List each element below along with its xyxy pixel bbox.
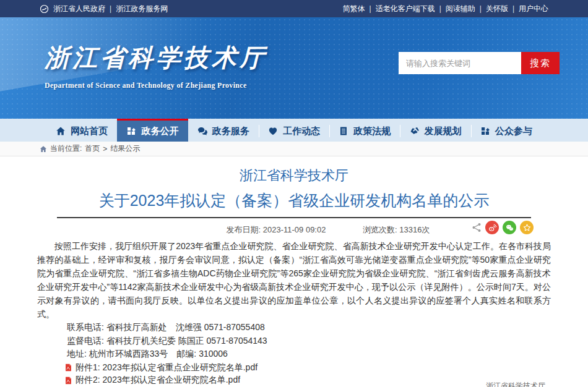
attachment-list: 附件1: 2023年拟认定省重点企业研究院名单.pdf 附件2: 2023年拟认… — [37, 362, 551, 387]
footer-agency-name: 浙江省科学技术厅 — [486, 381, 545, 387]
nav-item-label: 政务服务 — [212, 125, 249, 137]
article-title-line2: 关于2023年拟认定（备案）省级企业研发机构名单的公示 — [37, 191, 551, 210]
link-simplified-traditional[interactable]: 简繁体 — [343, 4, 376, 14]
nav-item-label: 网站首页 — [71, 125, 108, 137]
link-care-version[interactable]: 关怀版 — [486, 4, 519, 14]
wechat-icon[interactable] — [503, 221, 516, 234]
main-nav: 网站首页 政务公开 政务服务 工作动态 — [0, 119, 588, 142]
search-input[interactable] — [399, 52, 521, 74]
main-nav-inner: 网站首页 政务公开 政务服务 工作动态 — [46, 119, 542, 142]
view-count-label: 浏览次数: — [363, 225, 399, 234]
nav-item-label: 发展规划 — [425, 125, 462, 137]
top-utility-bar: 浙江省人民政府 浙江政务服务网 简繁体 适老化客户端下载 阅读辅助 关怀版 用户… — [0, 0, 588, 17]
article-meta-row: 发布日期: 2023-11-09 09:02 浏览次数: 13316次 — [37, 218, 551, 237]
breadcrumb-current: 结果公示 — [110, 143, 140, 154]
address-line: 地址: 杭州市环城西路33号 邮编: 310006 — [37, 347, 551, 361]
participation-icon — [480, 126, 490, 136]
topbar-left-links: 浙江省人民政府 浙江政务服务网 — [40, 4, 168, 14]
search-button[interactable]: 搜索 — [521, 52, 560, 74]
list-item: 附件1: 2023年拟认定省重点企业研究院名单.pdf — [64, 362, 551, 375]
nav-item-work-news[interactable]: 工作动态 — [259, 119, 329, 142]
nav-item-gov-service[interactable]: 政务服务 — [188, 119, 259, 142]
attachment-link-1[interactable]: 附件1: 2023年拟认定省重点企业研究院名单.pdf — [76, 362, 257, 373]
contact-phone: 联系电话: 省科技厅高新处 沈维强 0571-87055408 — [37, 321, 551, 334]
attachment-link-2[interactable]: 附件2: 2023年拟认定省企业研究院名单.pdf — [76, 375, 240, 386]
article-paragraph: 按照工作安排，我厅组织开展了2023年省重点企业研究院、省企业研究院、省高新技术… — [37, 239, 551, 321]
link-elderly-client-download[interactable]: 适老化客户端下载 — [376, 4, 446, 14]
link-zhejiang-service-net[interactable]: 浙江政务服务网 — [116, 4, 168, 14]
policy-icon — [339, 126, 348, 136]
article-title-line1: 浙江省科学技术厅 — [37, 168, 551, 184]
qzone-icon[interactable] — [520, 221, 534, 234]
publish-date-value: 2023-11-09 09:02 — [263, 225, 326, 234]
view-count-value: 13316次 — [399, 225, 430, 234]
home-icon — [56, 126, 66, 136]
topbar-right-links: 简繁体 适老化客户端下载 阅读辅助 关怀版 用户中心 — [343, 4, 549, 14]
plan-icon — [410, 126, 420, 136]
search-box: 搜索 — [399, 52, 560, 74]
article-meta: 发布日期: 2023-11-09 09:02 浏览次数: 13316次 — [209, 225, 447, 234]
nav-item-plan[interactable]: 发展规划 — [400, 119, 470, 142]
publish-date-label: 发布日期: — [227, 225, 263, 234]
gov-service-icon — [197, 126, 207, 136]
work-news-icon — [268, 126, 278, 136]
page: 浙江省人民政府 浙江政务服务网 简繁体 适老化客户端下载 阅读辅助 关怀版 用户… — [0, 0, 588, 387]
contact-lines: 联系电话: 省科技厅高新处 沈维强 0571-87055408 监督电话: 省科… — [37, 321, 551, 361]
gov-open-icon — [126, 126, 136, 136]
link-zhejiang-gov[interactable]: 浙江省人民政府 — [53, 4, 116, 14]
article: 浙江省科学技术厅 关于2023年拟认定（备案）省级企业研发机构名单的公示 发布日… — [37, 156, 551, 387]
banner: 浙江省科学技术厅 Department of Science and Techn… — [0, 17, 588, 119]
site-name: 浙江省科学技术厅 — [45, 41, 267, 75]
breadcrumb-separator: > — [103, 145, 107, 153]
view-count: 浏览次数: 13316次 — [363, 225, 430, 234]
nav-item-label: 政策法规 — [353, 125, 391, 137]
pdf-icon — [64, 376, 72, 385]
publish-date: 发布日期: 2023-11-09 09:02 — [227, 225, 326, 234]
weibo-icon[interactable] — [485, 221, 499, 234]
nav-item-home[interactable]: 网站首页 — [46, 119, 117, 142]
nav-item-label: 政务公开 — [141, 125, 178, 137]
nav-item-label: 公众参与 — [495, 125, 532, 137]
list-item: 附件2: 2023年拟认定省企业研究院名单.pdf — [64, 374, 551, 387]
nav-item-label: 工作动态 — [283, 125, 320, 137]
site-logo: 浙江省科学技术厅 Department of Science and Techn… — [45, 41, 267, 90]
site-name-english: Department of Science and Technology of … — [45, 81, 267, 90]
share-icon[interactable] — [472, 223, 482, 232]
breadcrumb-prefix: 当前位置: — [50, 143, 82, 154]
share-group — [472, 221, 534, 234]
breadcrumb: 当前位置: 首页 > 结果公示 — [0, 142, 588, 156]
link-user-center[interactable]: 用户中心 — [519, 4, 548, 14]
breadcrumb-home-link[interactable]: 首页 — [85, 143, 100, 154]
government-emblem-icon — [40, 4, 49, 14]
supervision-phone: 监督电话: 省科技厅机关纪委 陈国正 0571-87054143 — [37, 334, 551, 348]
pdf-icon — [64, 364, 72, 372]
breadcrumb-home-icon — [40, 145, 47, 153]
nav-item-participation[interactable]: 公众参与 — [471, 119, 542, 142]
nav-item-gov-open[interactable]: 政务公开 — [117, 119, 188, 142]
nav-item-policy[interactable]: 政策法规 — [329, 119, 400, 142]
link-reading-assist[interactable]: 阅读辅助 — [446, 4, 486, 14]
